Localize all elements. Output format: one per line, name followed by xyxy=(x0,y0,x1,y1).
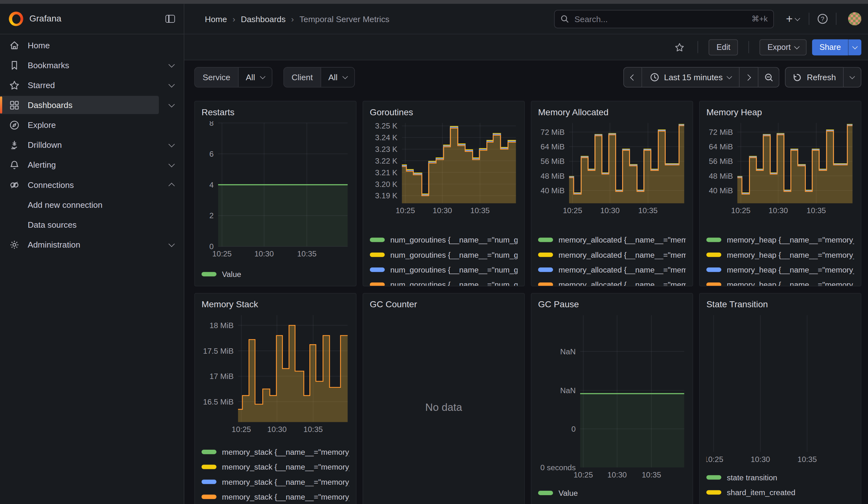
refresh-button[interactable]: Refresh xyxy=(785,67,844,88)
legend-item[interactable]: memory_heap {__name__="memory_h xyxy=(706,232,854,247)
panel-title[interactable]: Restarts xyxy=(202,106,349,121)
legend-item[interactable]: num_goroutines {__name__="num_go xyxy=(370,262,518,277)
grafana-logo-icon[interactable] xyxy=(9,12,23,26)
user-avatar[interactable] xyxy=(848,12,861,25)
chevron-up-icon[interactable] xyxy=(168,183,175,189)
chevron-down-icon[interactable] xyxy=(168,101,175,107)
chevron-down-icon[interactable] xyxy=(168,240,175,247)
grafana-app: Grafana Home Bookmarks xyxy=(0,0,868,504)
panel-title[interactable]: Memory Stack xyxy=(202,298,349,313)
panel-title[interactable]: GC Pause xyxy=(538,298,686,313)
sidebar-item-alerting[interactable]: Alerting xyxy=(0,156,184,174)
time-series-chart[interactable]: 10:2510:3010:35 xyxy=(706,313,854,464)
new-menu-button[interactable]: + xyxy=(782,13,804,24)
legend-series-label: memory_stack {__name__="memory_s xyxy=(222,477,349,486)
panel-title[interactable]: Memory Allocated xyxy=(538,106,686,121)
svg-text:NaN: NaN xyxy=(560,347,576,356)
panel-goroutines: Goroutines 3.19 K3.20 K3.21 K3.22 K3.23 … xyxy=(363,101,525,286)
client-filter-value[interactable]: All xyxy=(321,68,354,87)
window-top-strip xyxy=(0,0,868,4)
legend-item[interactable]: memory_stack {__name__="memory_s xyxy=(202,474,349,489)
time-shift-back-button[interactable] xyxy=(623,67,642,88)
service-filter-value[interactable]: All xyxy=(238,68,271,87)
legend-series-dash-icon xyxy=(538,491,553,495)
sidebar-item-explore[interactable]: Explore xyxy=(0,116,184,134)
chevron-left-icon xyxy=(630,74,637,81)
chevron-down-icon[interactable] xyxy=(168,61,175,67)
legend-item[interactable]: num_goroutines {__name__="num_go xyxy=(370,232,518,247)
legend-item[interactable]: num_goroutines {__name__="num_go xyxy=(370,247,518,262)
sidebar-item-data-sources[interactable]: Data sources xyxy=(0,215,184,234)
svg-text:6: 6 xyxy=(209,150,214,158)
legend-item[interactable]: memory_allocated {__name__="memo xyxy=(538,232,686,247)
chevron-down-icon[interactable] xyxy=(168,141,175,147)
time-series-chart[interactable]: 0246810:2510:3010:35 xyxy=(202,121,349,259)
legend-item[interactable]: Value xyxy=(538,485,686,500)
share-button[interactable]: Share xyxy=(812,39,848,55)
edit-button[interactable]: Edit xyxy=(709,39,738,55)
favorite-star-button[interactable] xyxy=(672,42,687,52)
refresh-interval-button[interactable] xyxy=(844,67,861,88)
breadcrumb-home[interactable]: Home xyxy=(205,14,227,24)
export-button[interactable]: Export xyxy=(760,39,807,55)
svg-text:10:35: 10:35 xyxy=(638,206,658,215)
chevron-down-icon[interactable] xyxy=(168,161,175,167)
sidebar-item-connections[interactable]: Connections xyxy=(0,176,184,194)
legend-series-dash-icon xyxy=(538,282,553,286)
svg-text:10:25: 10:25 xyxy=(395,206,415,215)
legend-item[interactable]: memory_stack {__name__="memory_s xyxy=(202,459,349,474)
refresh-icon xyxy=(793,73,802,82)
search-box[interactable]: ⌘+k xyxy=(554,10,774,28)
legend-series-label: memory_heap {__name__="memory_h xyxy=(727,250,854,259)
share-menu-button[interactable] xyxy=(848,39,861,55)
legend-item[interactable]: memory_allocated {__name__="memo xyxy=(538,277,686,286)
legend-series-dash-icon xyxy=(202,480,216,484)
legend-item[interactable]: memory_stack {__name__="memory_s xyxy=(202,444,349,459)
sidebar-item-add-new-connection[interactable]: Add new connection xyxy=(0,195,184,214)
time-range-picker[interactable]: Last 15 minutes xyxy=(642,67,740,88)
time-series-chart[interactable]: NaNNaN00 seconds10:2510:3010:35 xyxy=(538,313,686,480)
panel-title[interactable]: Memory Heap xyxy=(706,106,854,121)
time-series-chart[interactable]: 40 MiB48 MiB56 MiB64 MiB72 MiB10:2510:30… xyxy=(538,121,686,215)
panel-title[interactable]: State Transition xyxy=(706,298,854,313)
time-series-chart[interactable]: 40 MiB48 MiB56 MiB64 MiB72 MiB10:2510:30… xyxy=(706,121,854,215)
panel-title[interactable]: Goroutines xyxy=(370,106,518,121)
help-icon: ? xyxy=(817,13,829,25)
legend-item[interactable]: memory_allocated {__name__="memo xyxy=(538,247,686,262)
service-filter[interactable]: Service All xyxy=(194,67,272,88)
legend-item[interactable]: shard_item_created xyxy=(706,485,854,500)
breadcrumb-dashboards[interactable]: Dashboards xyxy=(241,14,286,24)
sidebar-item-starred[interactable]: Starred xyxy=(0,76,184,94)
panel-title[interactable]: GC Counter xyxy=(370,298,518,313)
sidebar-item-bookmarks[interactable]: Bookmarks xyxy=(0,56,184,74)
legend-series-label: num_goroutines {__name__="num_go xyxy=(390,280,517,286)
time-series-chart[interactable]: 16.5 MiB17 MiB17.5 MiB18 MiB10:2510:3010… xyxy=(202,313,349,434)
panel-legend: num_goroutines {__name__="num_gonum_goro… xyxy=(370,232,518,286)
sidebar-item-administration[interactable]: Administration xyxy=(0,235,184,254)
legend-item[interactable]: memory_heap {__name__="memory_h xyxy=(706,277,854,286)
svg-text:10:30: 10:30 xyxy=(768,206,788,215)
sidebar-item-home[interactable]: Home xyxy=(0,36,184,54)
dock-sidebar-toggle-icon[interactable] xyxy=(165,15,175,23)
zoom-out-button[interactable] xyxy=(759,67,780,88)
legend-item[interactable]: num_goroutines {__name__="num_go xyxy=(370,277,518,286)
client-filter[interactable]: Client All xyxy=(283,67,354,88)
sidebar-item-dashboards[interactable]: Dashboards xyxy=(0,96,184,114)
svg-text:?: ? xyxy=(821,16,825,22)
chevron-down-icon[interactable] xyxy=(168,81,175,87)
legend-item[interactable]: Value xyxy=(202,267,349,281)
legend-series-dash-icon xyxy=(706,490,721,494)
legend-item[interactable]: memory_allocated {__name__="memo xyxy=(538,262,686,277)
help-button[interactable]: ? xyxy=(814,13,831,25)
search-input[interactable] xyxy=(573,13,751,24)
sidebar-item-drilldown[interactable]: Drilldown xyxy=(0,136,184,154)
legend-item[interactable]: state transition xyxy=(706,470,854,484)
breadcrumb-current-page: Temporal Server Metrics xyxy=(300,14,390,24)
time-shift-forward-button[interactable] xyxy=(740,67,759,88)
svg-text:3.19 K: 3.19 K xyxy=(375,192,398,200)
svg-text:72 MiB: 72 MiB xyxy=(540,128,564,136)
legend-item[interactable]: memory_heap {__name__="memory_h xyxy=(706,247,854,262)
time-series-chart[interactable]: 3.19 K3.20 K3.21 K3.22 K3.23 K3.24 K3.25… xyxy=(370,121,518,215)
legend-item[interactable]: memory_heap {__name__="memory_h xyxy=(706,262,854,277)
legend-item[interactable]: memory_stack {__name__="memory_s xyxy=(202,489,349,504)
